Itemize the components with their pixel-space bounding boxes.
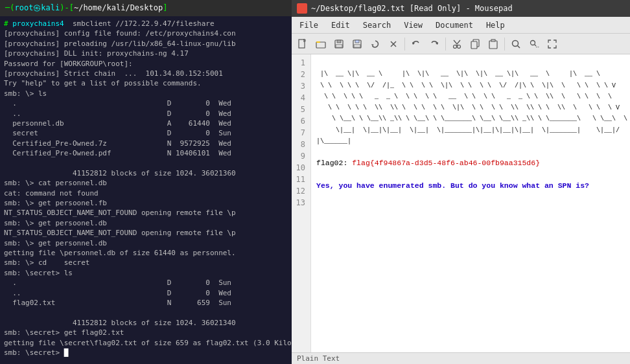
line-number-13: 13	[294, 197, 305, 209]
svg-rect-10	[354, 45, 360, 47]
redo-icon	[429, 39, 439, 49]
save-as-icon	[352, 39, 362, 49]
menu-help[interactable]: Help	[481, 19, 510, 31]
line-number-1: 1	[294, 57, 305, 69]
find-replace-icon: ↔	[529, 39, 539, 49]
line-number-9: 9	[294, 150, 305, 162]
close-button[interactable]	[385, 36, 402, 52]
redo-button[interactable]	[426, 36, 443, 52]
svg-line-15	[454, 40, 457, 44]
mousepad-editor: 1 2 3 4 5 6 7 8 9 10 11 12 13 |\ __ \|\ …	[292, 54, 630, 352]
mousepad-statusbar: Plain Text	[292, 352, 630, 364]
line-number-2: 2	[294, 69, 305, 80]
svg-point-14	[458, 45, 461, 48]
mousepad-toolbar: ↔	[292, 34, 630, 54]
line-number-3: 3	[294, 80, 305, 92]
menu-search[interactable]: Search	[358, 19, 396, 31]
cut-button[interactable]	[449, 36, 465, 52]
svg-rect-4	[316, 41, 320, 43]
line-number-6: 6	[294, 115, 305, 127]
paste-button[interactable]	[485, 36, 502, 52]
save-button[interactable]	[349, 36, 366, 52]
open-button[interactable]	[312, 36, 329, 52]
svg-rect-6	[337, 40, 341, 43]
flag-line: flag02: flag{4f94867a-d3d5-48f6-ab46-00f…	[316, 159, 540, 167]
line-number-4: 4	[294, 92, 305, 104]
new-file-icon	[298, 39, 308, 49]
mousepad-app-icon	[297, 3, 307, 14]
mousepad-titlebar-left: ~/Desktop/flag02.txt [Read Only] - Mouse…	[297, 3, 513, 14]
svg-rect-3	[316, 42, 325, 48]
find-icon	[511, 39, 521, 49]
mousepad-titlebar: ~/Desktop/flag02.txt [Read Only] - Mouse…	[292, 0, 630, 17]
line-number-5: 5	[294, 104, 305, 115]
line-number-8: 8	[294, 139, 305, 150]
smb-question-line: Yes, you have enumerated smb. But do you…	[316, 181, 589, 190]
reload-button[interactable]	[367, 36, 384, 52]
copy-icon	[470, 39, 480, 49]
undo-icon	[411, 39, 421, 49]
svg-rect-9	[355, 40, 359, 43]
mousepad-menubar: File Edit Search View Document Help	[292, 17, 630, 34]
toolbar-separator-1	[404, 38, 405, 51]
find-replace-button[interactable]: ↔	[526, 36, 542, 52]
terminal-titlebar: ─(root㉿kali)-[~/home/kali/Desktop]	[0, 0, 292, 16]
svg-line-23	[518, 45, 520, 48]
reload-icon	[370, 39, 380, 49]
toolbar-separator-3	[504, 38, 505, 51]
close-file-icon	[388, 39, 399, 49]
svg-rect-7	[336, 45, 342, 47]
copy-button[interactable]	[467, 36, 484, 52]
save-icon	[334, 39, 344, 49]
toolbar-separator-2	[445, 38, 446, 51]
line-number-7: 7	[294, 127, 305, 139]
save-placeholder-button[interactable]	[331, 36, 347, 52]
svg-rect-20	[489, 41, 497, 49]
cut-icon	[452, 39, 462, 49]
svg-point-22	[513, 40, 519, 46]
svg-line-16	[457, 40, 460, 44]
terminal-title: ─(root㉿kali)-[~/home/kali/Desktop]	[5, 3, 167, 14]
mousepad-panel: ~/Desktop/flag02.txt [Read Only] - Mouse…	[292, 0, 630, 364]
new-button[interactable]	[294, 36, 311, 52]
menu-view[interactable]: View	[399, 19, 428, 31]
line-number-10: 10	[294, 162, 305, 174]
menu-edit[interactable]: Edit	[326, 19, 355, 31]
fullscreen-button[interactable]	[544, 36, 561, 52]
statusbar-text: Plain Text	[297, 354, 340, 363]
svg-rect-21	[491, 40, 495, 41]
mousepad-title: ~/Desktop/flag02.txt [Read Only] - Mouse…	[311, 4, 513, 13]
line-number-12: 12	[294, 185, 305, 197]
menu-file[interactable]: File	[294, 19, 323, 31]
flag-value: flag{4f94867a-d3d5-48f6-ab46-00fb9aa315d…	[352, 159, 540, 167]
menu-document[interactable]: Document	[430, 19, 478, 31]
fullscreen-icon	[547, 39, 557, 49]
terminal-content[interactable]: # proxychains4 smbclient //172.22.9.47/f…	[0, 16, 292, 364]
line-numbers: 1 2 3 4 5 6 7 8 9 10 11 12 13	[292, 54, 311, 352]
svg-point-13	[454, 45, 457, 48]
svg-text:↔: ↔	[535, 44, 539, 49]
find-button[interactable]	[508, 36, 524, 52]
editor-content[interactable]: |\ __ \|\ __ \ |\ \|\ __ \|\ \|\ __ \|\ …	[311, 54, 630, 352]
undo-button[interactable]	[408, 36, 425, 52]
paste-icon	[488, 39, 498, 49]
terminal-panel: ─(root㉿kali)-[~/home/kali/Desktop] # pro…	[0, 0, 292, 364]
line-number-11: 11	[294, 174, 305, 185]
open-file-icon	[316, 39, 326, 49]
svg-rect-19	[471, 41, 477, 49]
